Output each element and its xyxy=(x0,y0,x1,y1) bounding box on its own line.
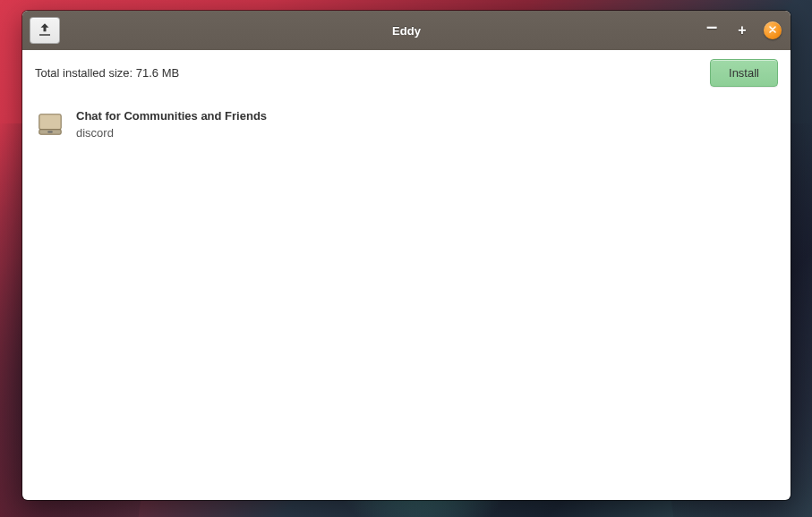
action-toolbar: Total installed size: 71.6 MB Install xyxy=(22,50,791,95)
open-file-button[interactable] xyxy=(30,17,60,44)
package-list: Chat for Communities and Friends discord xyxy=(22,95,791,500)
svg-rect-2 xyxy=(47,131,53,133)
close-button[interactable] xyxy=(764,21,782,39)
window-controls: – + xyxy=(703,21,782,39)
window-title: Eddy xyxy=(22,24,791,38)
package-title: Chat for Communities and Friends xyxy=(76,109,267,123)
package-icon xyxy=(37,111,64,138)
app-window: Eddy – + Total installed size: 71.6 MB I… xyxy=(22,11,791,500)
package-name: discord xyxy=(76,126,267,140)
maximize-button[interactable]: + xyxy=(733,21,751,39)
titlebar: Eddy – + xyxy=(22,11,791,50)
plus-icon: + xyxy=(738,22,746,38)
size-prefix: Total installed size: xyxy=(35,66,136,80)
package-text: Chat for Communities and Friends discord xyxy=(76,109,267,140)
minimize-button[interactable]: – xyxy=(703,18,721,36)
total-size-label: Total installed size: 71.6 MB xyxy=(35,66,179,80)
install-button[interactable]: Install xyxy=(710,59,778,87)
close-icon xyxy=(768,24,777,37)
svg-rect-0 xyxy=(39,114,61,130)
upload-icon xyxy=(37,21,53,40)
list-item[interactable]: Chat for Communities and Friends discord xyxy=(35,104,778,145)
size-value: 71.6 MB xyxy=(136,66,179,80)
